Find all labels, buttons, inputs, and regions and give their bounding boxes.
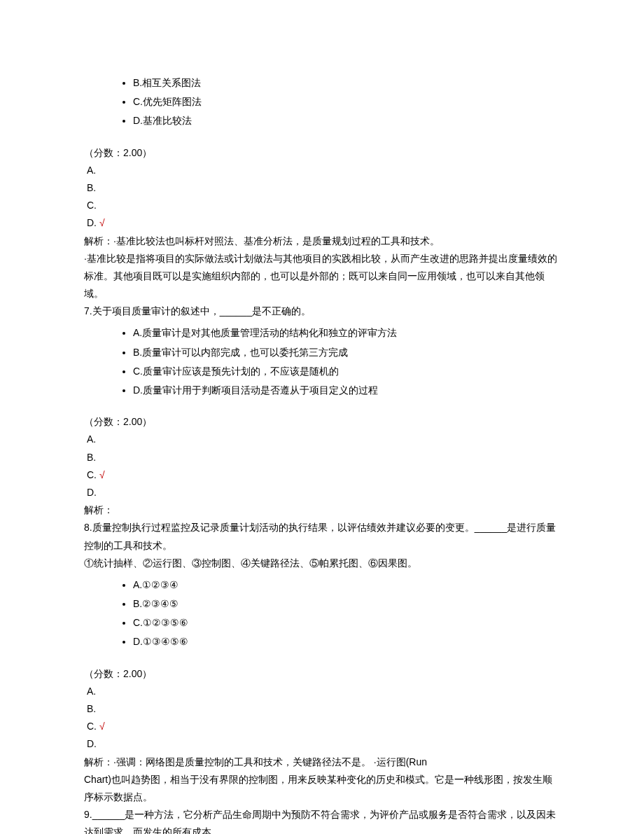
q8-answer-a: A. xyxy=(87,683,560,700)
option-d: D.基准比较法 xyxy=(133,112,560,130)
q8-answer-c: C. √ xyxy=(87,718,560,735)
check-mark-icon: √ xyxy=(99,469,105,480)
q7-score: （分数：2.00） xyxy=(84,413,560,431)
q8-stem-1: 8.质量控制执行过程监控及记录质量计划活动的执行结果，以评估绩效并建议必要的变更… xyxy=(84,519,560,554)
q6-prev-options: B.相互关系图法 C.优先矩阵图法 D.基准比较法 xyxy=(84,74,560,130)
option-c: C.①②③⑤⑥ xyxy=(133,614,560,632)
option-a: A.①②③④ xyxy=(133,576,560,594)
q7-options: A.质量审计是对其他质量管理活动的结构化和独立的评审方法 B.质量审计可以内部完… xyxy=(84,324,560,399)
option-c: C.优先矩阵图法 xyxy=(133,93,560,111)
answer-c-prefix: C. xyxy=(87,469,99,480)
q6-answer-b: B. xyxy=(87,179,560,197)
q8-options: A.①②③④ B.②③④⑤ C.①②③⑤⑥ D.①③④⑤⑥ xyxy=(84,576,560,651)
answer-c-prefix: C. xyxy=(87,721,99,732)
option-d: D.①③④⑤⑥ xyxy=(133,633,560,651)
q7-answer-c: C. √ xyxy=(87,466,560,484)
q7-stem: 7.关于项目质量审计的叙述中，______是不正确的。 xyxy=(84,303,560,320)
q7-answer-b: B. xyxy=(87,449,560,466)
q6-explain-1: 解析：·基准比较法也叫标杆对照法、基准分析法，是质量规划过程的工具和技术。 xyxy=(84,232,560,250)
option-a: A.质量审计是对其他质量管理活动的结构化和独立的评审方法 xyxy=(133,324,560,342)
q8-explain-2: Chart)也叫趋势图，相当于没有界限的控制图，用来反映某种变化的历史和模式。它… xyxy=(84,771,560,806)
q8-explain-1: 解析：·强调：网络图是质量控制的工具和技术，关键路径法不是。 ·运行图(Run xyxy=(84,753,560,771)
q6-answer-a: A. xyxy=(87,162,560,179)
check-mark-icon: √ xyxy=(99,217,105,228)
q6-answer-d: D. √ xyxy=(87,214,560,232)
option-b: B.相互关系图法 xyxy=(133,74,560,92)
q7-explain: 解析： xyxy=(84,501,560,519)
q8-answer-d: D. xyxy=(87,735,560,753)
q9-stem: 9.______是一种方法，它分析产品生命周期中为预防不符合需求，为评价产品或服… xyxy=(84,806,560,834)
check-mark-icon: √ xyxy=(99,721,105,732)
q8-stem-2: ①统计抽样、②运行图、③控制图、④关键路径法、⑤帕累托图、⑥因果图。 xyxy=(84,555,560,572)
q7-answer-d: D. xyxy=(87,484,560,501)
q6-answer-c: C. xyxy=(87,197,560,214)
q6-score: （分数：2.00） xyxy=(84,144,560,162)
q8-score: （分数：2.00） xyxy=(84,665,560,683)
q6-explain-2: ·基准比较是指将项目的实际做法或计划做法与其他项目的实践相比较，从而产生改进的思… xyxy=(84,250,560,303)
q7-answer-a: A. xyxy=(87,431,560,448)
option-b: B.质量审计可以内部完成，也可以委托第三方完成 xyxy=(133,344,560,361)
option-b: B.②③④⑤ xyxy=(133,595,560,613)
option-c: C.质量审计应该是预先计划的，不应该是随机的 xyxy=(133,363,560,380)
option-d: D.质量审计用于判断项目活动是否遵从于项目定义的过程 xyxy=(133,382,560,399)
q8-answer-b: B. xyxy=(87,700,560,718)
answer-d-prefix: D. xyxy=(87,217,99,228)
